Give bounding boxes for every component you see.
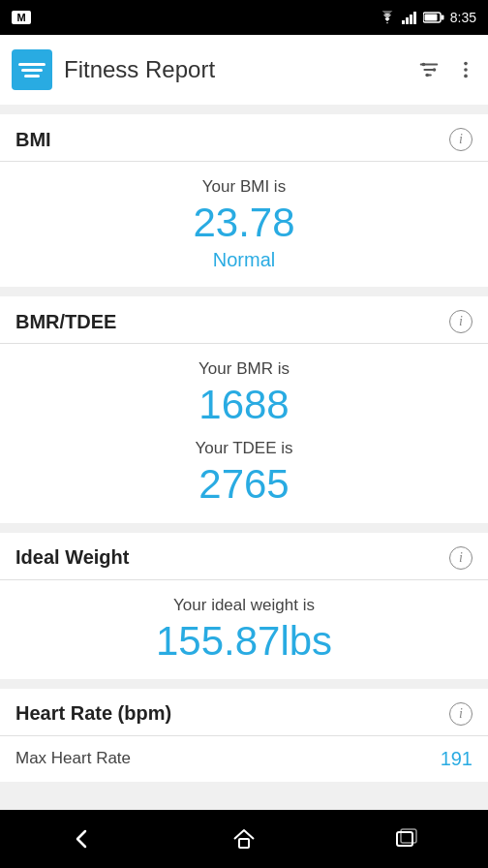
svg-rect-2	[410, 15, 412, 24]
heart-rate-card-header: Heart Rate (bpm) i	[0, 689, 488, 736]
svg-rect-14	[397, 832, 412, 846]
more-options-button[interactable]	[455, 59, 476, 80]
ideal-weight-label: Your ideal weight is	[173, 596, 315, 615]
recent-apps-icon	[393, 825, 420, 852]
bmr-tdee-info-button[interactable]: i	[449, 310, 473, 333]
svg-point-8	[433, 68, 437, 72]
logo-line-1	[18, 63, 46, 66]
top-bar: Fitness Report	[0, 35, 488, 105]
status-bar-right: 8:35	[379, 10, 476, 25]
svg-rect-3	[413, 12, 416, 24]
max-heart-rate-label: Max Heart Rate	[15, 749, 131, 768]
app-title: Fitness Report	[64, 56, 215, 83]
max-heart-rate-row: Max Heart Rate 191	[0, 736, 488, 782]
bmi-card: BMI i Your BMI is 23.78 Normal	[0, 114, 488, 287]
heart-rate-card: Heart Rate (bpm) i Max Heart Rate 191	[0, 689, 488, 782]
back-button[interactable]	[68, 825, 95, 852]
filter-icon	[418, 59, 440, 80]
bmr-tdee-title: BMR/TDEE	[15, 311, 116, 333]
bmi-label: Your BMI is	[202, 177, 286, 197]
tdee-label: Your TDEE is	[195, 439, 292, 458]
svg-point-9	[425, 74, 429, 78]
heart-rate-info-button[interactable]: i	[449, 702, 473, 726]
status-bar-left	[12, 11, 31, 24]
bmi-value: 23.78	[193, 201, 294, 245]
content-area: BMI i Your BMI is 23.78 Normal BMR/TDEE …	[0, 105, 488, 810]
svg-rect-5	[441, 16, 443, 20]
bmr-tdee-card-header: BMR/TDEE i	[0, 296, 488, 344]
svg-rect-1	[406, 17, 409, 24]
filter-button[interactable]	[418, 59, 440, 80]
home-button[interactable]	[230, 825, 258, 852]
top-bar-actions	[418, 59, 476, 80]
status-time: 8:35	[450, 10, 476, 25]
bmr-label: Your BMR is	[198, 359, 290, 379]
ideal-weight-card: Ideal Weight i Your ideal weight is 155.…	[0, 533, 488, 679]
app-logo	[12, 49, 52, 90]
heart-rate-title: Heart Rate (bpm)	[15, 702, 171, 725]
status-bar: 8:35	[0, 0, 488, 35]
svg-point-12	[464, 75, 468, 78]
logo-line-2	[21, 69, 43, 72]
back-icon	[68, 825, 95, 852]
more-icon	[455, 59, 476, 80]
ideal-weight-title: Ideal Weight	[15, 546, 129, 569]
signal-icon	[402, 11, 417, 24]
bmi-title: BMI	[15, 129, 51, 151]
bmi-status: Normal	[213, 249, 275, 271]
recent-apps-button[interactable]	[393, 825, 420, 852]
svg-point-7	[422, 63, 426, 67]
ideal-weight-card-body: Your ideal weight is 155.87lbs	[0, 580, 488, 679]
logo-line-3	[24, 75, 40, 78]
tdee-value: 2765	[198, 462, 289, 507]
max-heart-rate-value: 191	[441, 748, 473, 770]
bmr-tdee-card-body: Your BMR is 1688 Your TDEE is 2765	[0, 344, 488, 522]
svg-point-10	[464, 62, 468, 66]
ideal-weight-info-button[interactable]: i	[449, 546, 473, 570]
home-icon	[230, 825, 258, 852]
svg-point-11	[464, 68, 468, 72]
bmi-card-body: Your BMI is 23.78 Normal	[0, 162, 488, 287]
bottom-nav	[0, 810, 488, 868]
gmail-icon	[12, 11, 31, 24]
bmr-tdee-card: BMR/TDEE i Your BMR is 1688 Your TDEE is…	[0, 296, 488, 522]
bmi-info-button[interactable]: i	[449, 128, 473, 151]
ideal-weight-card-header: Ideal Weight i	[0, 533, 488, 580]
bmr-value: 1688	[198, 383, 289, 427]
svg-rect-13	[239, 839, 249, 848]
svg-rect-0	[402, 20, 405, 24]
top-bar-left: Fitness Report	[12, 49, 215, 90]
ideal-weight-value: 155.87lbs	[156, 619, 332, 664]
svg-rect-6	[424, 15, 437, 21]
wifi-icon	[379, 11, 396, 24]
bmi-card-header: BMI i	[0, 114, 488, 162]
battery-icon	[423, 12, 444, 23]
